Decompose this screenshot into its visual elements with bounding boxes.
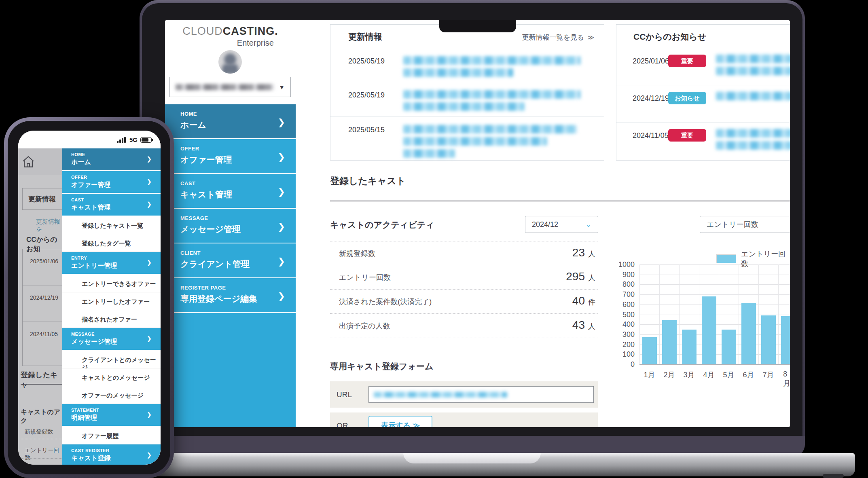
url-row: URL — [330, 381, 598, 408]
chart-vgridline — [679, 264, 680, 364]
legend-swatch — [716, 254, 736, 263]
chart-gridline — [639, 284, 790, 285]
chart-bar — [662, 320, 677, 364]
battery-icon — [140, 137, 152, 143]
phone-menu-offer[interactable]: OFFERオファー管理❯ — [62, 171, 161, 193]
updates-card: 更新情報 更新情報一覧を見る≫ 2025/05/192025/05/192025… — [330, 24, 604, 161]
chart-bar — [702, 296, 716, 364]
phone-menu-link[interactable]: エントリーしたオファー — [62, 292, 161, 310]
phone-menu-link[interactable]: エントリーできるオファー — [62, 275, 161, 292]
phone-page-header — [18, 148, 62, 175]
chart-vgridline — [639, 264, 640, 364]
account-name-redacted — [176, 84, 274, 90]
qr-label: QR — [337, 421, 348, 427]
phone-menu-cast-register[interactable]: CAST REGISTERキャスト登録❯ — [62, 444, 161, 465]
redacted-line — [716, 92, 790, 100]
chevron-right-icon: ❯ — [278, 117, 285, 128]
url-input[interactable] — [368, 386, 594, 403]
redacted-line — [716, 129, 790, 137]
badge-important: 重要 — [668, 129, 706, 142]
chart-gridline — [639, 294, 790, 295]
redacted-line — [403, 137, 547, 146]
phone-dimmed-page: 更新情報 更新情報を CCからのお知 2025/01/062024/12/192… — [18, 148, 62, 465]
updates-rows: 2025/05/192025/05/192025/05/15 — [330, 48, 604, 161]
x-axis-label: 5月 — [723, 370, 734, 380]
phone-menu-link[interactable]: 指名されたオファー — [62, 310, 161, 328]
phone-notice-date: 2025/01/06 — [30, 258, 58, 264]
stat-label: 出演予定の人数 — [339, 321, 390, 331]
phone-menu-statement[interactable]: STATEMENT明細管理❯ — [62, 404, 161, 426]
chevron-right-icon: ❯ — [278, 222, 285, 232]
stat-row: 決済された案件数(決済完了)40件 — [330, 290, 598, 314]
chart-bar — [761, 315, 776, 364]
chevron-right-icon: ❯ — [146, 335, 152, 342]
update-link-redacted[interactable] — [403, 56, 580, 80]
entry-count-bar-chart: 010020030040050060070080090010001月2月3月4月… — [639, 264, 790, 364]
sidebar-item-register-page[interactable]: REGISTER PAGE専用登録ページ編集❯ — [165, 278, 296, 312]
y-axis-label: 200 — [622, 340, 635, 349]
chevron-right-icon: ❯ — [146, 451, 152, 459]
stat-label: エントリー回数 — [339, 273, 391, 282]
update-date: 2025/05/19 — [348, 91, 385, 99]
chevron-right-icon: ❯ — [146, 201, 152, 208]
stat-row: 新規登録数23人 — [330, 241, 598, 265]
chart-metric-dropdown[interactable]: エントリー回数 — [700, 216, 790, 233]
sidebar: CLOUDCASTING. Enterprise ▼ HOMEホーム❯OFFER… — [165, 20, 296, 427]
phone-menu-link[interactable]: 登録したキャスト一覧 — [62, 216, 161, 234]
notice-link-redacted[interactable] — [716, 55, 790, 79]
phone-status-bar: 5G — [18, 131, 161, 148]
chart-gridline — [639, 275, 790, 275]
phone-menu-link[interactable]: オファー履歴 — [62, 427, 161, 444]
y-axis-label: 500 — [622, 310, 635, 319]
laptop-screen: CLOUDCASTING. Enterprise ▼ HOMEホーム❯OFFER… — [165, 20, 790, 427]
redacted-line — [403, 102, 525, 111]
update-date: 2025/05/19 — [348, 57, 385, 66]
chart-x-axis — [639, 364, 790, 365]
phone-notice-row: 2025/01/06 — [23, 249, 62, 286]
laptop-mockup: CLOUDCASTING. Enterprise ▼ HOMEホーム❯OFFER… — [140, 0, 805, 438]
phone-menu-link[interactable]: オファーのメッセージ — [62, 386, 161, 404]
update-link-redacted[interactable] — [403, 90, 580, 114]
chart-bar — [642, 337, 657, 364]
phone-menu-message[interactable]: MESSAGEメッセージ管理❯ — [62, 328, 161, 350]
chart-gridline — [639, 264, 790, 265]
phone-updates-link[interactable]: 更新情報を — [36, 218, 62, 233]
sidebar-item-home[interactable]: HOMEホーム❯ — [165, 104, 296, 138]
update-link-redacted[interactable] — [403, 125, 577, 161]
account-dropdown[interactable]: ▼ — [169, 77, 291, 97]
sidebar-item-offer[interactable]: OFFERオファー管理❯ — [165, 139, 296, 173]
avatar — [218, 50, 242, 74]
sidebar-item-message[interactable]: MESSAGEメッセージ管理❯ — [165, 209, 296, 243]
y-axis-label: 0 — [631, 360, 635, 369]
status-cluster: 5G — [117, 136, 152, 143]
chevron-right-icon: ❯ — [278, 187, 285, 197]
y-axis-label: 900 — [622, 270, 635, 279]
url-label: URL — [337, 390, 352, 399]
updates-see-all-link[interactable]: 更新情報一覧を見る≫ — [522, 33, 594, 42]
badge-important: 重要 — [668, 55, 706, 67]
notices-title: CCからのお知らせ — [633, 31, 706, 42]
laptop-bezel: CLOUDCASTING. Enterprise ▼ HOMEホーム❯OFFER… — [142, 3, 802, 438]
notices-rows: 2025/01/06重要2024/12/19お知らせ2024/11/05重要 — [616, 48, 790, 160]
phone-menu-link[interactable]: 登録したタグ一覧 — [62, 234, 161, 252]
phone-menu-link[interactable]: クライアントとのメッセージ — [62, 351, 161, 368]
phone-menu-home[interactable]: HOMEホーム❯ — [62, 148, 161, 170]
phone-menu-link[interactable]: キャストとのメッセージ — [62, 368, 161, 386]
logo-casting: CASTING. — [223, 25, 278, 37]
chevron-right-icon: ❯ — [278, 152, 285, 163]
qr-show-button[interactable]: 表示する ≫ — [368, 416, 432, 427]
notice-link-redacted[interactable] — [716, 92, 790, 104]
phone-menu-cast[interactable]: CASTキャスト管理❯ — [62, 194, 161, 216]
phone-menu-entry[interactable]: ENTRYエントリー管理❯ — [62, 252, 161, 274]
chart-vgridline — [739, 264, 739, 364]
notice-link-redacted[interactable] — [716, 129, 790, 153]
chevron-right-icon: ❯ — [146, 259, 152, 266]
period-dropdown[interactable]: 2024/12 ⌄ — [525, 216, 598, 233]
x-axis-label: 6月 — [743, 370, 754, 380]
home-icon[interactable] — [21, 155, 35, 169]
sidebar-item-client[interactable]: CLIENTクライアント管理❯ — [165, 243, 296, 277]
y-axis-label: 300 — [622, 330, 635, 338]
y-axis-label: 700 — [622, 290, 635, 299]
sidebar-item-cast[interactable]: CASTキャスト管理❯ — [165, 174, 296, 208]
phone-screen: 5G 更新情報 更新情報を CCからのお知 — [18, 131, 161, 465]
